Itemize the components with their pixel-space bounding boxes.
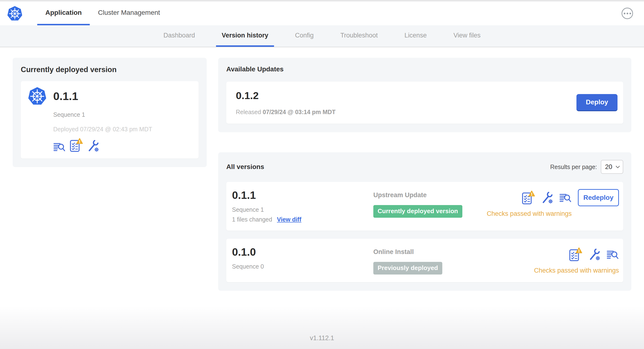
logs-icon[interactable] — [559, 192, 572, 203]
app-logo-wrap — [7, 2, 22, 25]
source-label: Upstream Update — [373, 192, 487, 199]
version-info: 0.1.1 Sequence 1 1 files changed View di… — [232, 189, 373, 223]
redeploy-button[interactable]: Redeploy — [578, 189, 619, 206]
deployed-timestamp: Deployed 07/29/24 @ 02:43 pm MDT — [53, 126, 189, 133]
kubernetes-logo — [28, 86, 46, 106]
preflight-checks-icon[interactable] — [522, 190, 535, 205]
all-versions-header: All versions Results per page: 20 — [226, 160, 623, 174]
version-info: 0.1.0 Sequence 0 — [232, 246, 373, 270]
logs-icon[interactable] — [53, 141, 66, 152]
more-menu-button[interactable] — [622, 8, 633, 19]
deployed-version-head: 0.1.1 — [28, 86, 189, 106]
deploy-button[interactable]: Deploy — [576, 94, 618, 111]
preflight-checks-icon[interactable] — [70, 138, 83, 152]
app-subnav: Dashboard Version history Config Trouble… — [0, 25, 644, 47]
config-icon[interactable] — [87, 140, 100, 152]
version-actions: Checks passed with warnings Redeploy — [487, 189, 619, 218]
update-released-line: Released 07/29/24 @ 03:14 pm MDT — [236, 108, 336, 116]
tab-troubleshoot[interactable]: Troubleshoot — [335, 25, 384, 47]
ellipsis-icon — [626, 13, 628, 14]
status-badge: Previously deployed — [373, 262, 442, 274]
preflight-checks-status[interactable]: Checks passed with warnings — [534, 267, 619, 274]
status-badge: Currently deployed version — [373, 205, 462, 218]
tab-license[interactable]: License — [399, 25, 432, 47]
results-per-page-label: Results per page: — [550, 164, 597, 170]
version-actions: Checks passed with warnings — [534, 246, 619, 274]
page-footer: v1.112.1 — [0, 306, 644, 349]
available-update-row: 0.1.2 Released 07/29/24 @ 03:14 pm MDT D… — [226, 82, 623, 124]
header-spacer — [168, 2, 622, 25]
tab-view-files[interactable]: View files — [448, 25, 486, 47]
released-date: 07/29/24 @ 03:14 pm MDT — [263, 108, 336, 115]
deployed-version-card: 0.1.1 Sequence 1 Deployed 07/29/24 @ 02:… — [21, 81, 198, 158]
currently-deployed-panel: Currently deployed version 0.1.1 Sequenc… — [13, 58, 207, 167]
results-per-page: Results per page: 20 — [550, 160, 623, 174]
version-row: 0.1.1 Sequence 1 1 files changed View di… — [226, 182, 623, 230]
config-icon[interactable] — [588, 248, 601, 261]
update-version-number: 0.1.2 — [236, 90, 336, 102]
available-update-info: 0.1.2 Released 07/29/24 @ 03:14 pm MDT — [236, 90, 336, 116]
deployed-version-body: Sequence 1 Deployed 07/29/24 @ 02:43 pm … — [53, 111, 189, 152]
icons-line — [569, 246, 619, 263]
tab-application[interactable]: Application — [37, 2, 90, 25]
deployed-version-number: 0.1.1 — [53, 90, 78, 103]
logs-icon[interactable] — [606, 249, 619, 260]
config-icon[interactable] — [541, 191, 554, 204]
source-label: Online Install — [373, 248, 534, 256]
ellipsis-icon — [624, 13, 626, 14]
ellipsis-icon — [630, 13, 631, 14]
released-prefix: Released — [236, 108, 261, 115]
icons-line — [522, 189, 572, 206]
tab-cluster-management[interactable]: Cluster Management — [90, 2, 168, 25]
version-source: Upstream Update Currently deployed versi… — [373, 189, 487, 218]
preflight-checks-status[interactable]: Checks passed with warnings — [487, 210, 572, 218]
deployed-sequence: Sequence 1 — [53, 111, 189, 118]
main-content: Currently deployed version 0.1.1 Sequenc… — [0, 47, 644, 291]
header-tabs: Application Cluster Management — [37, 2, 168, 25]
kubernetes-logo — [7, 6, 22, 21]
files-changed-text: 1 files changed — [232, 216, 272, 223]
deployed-actions — [53, 138, 189, 152]
version-sequence: Sequence 0 — [232, 263, 373, 270]
right-column: Available Updates 0.1.2 Released 07/29/2… — [218, 58, 631, 291]
version-sequence: Sequence 1 — [232, 206, 373, 213]
files-changed-line: 1 files changed View diff — [232, 216, 373, 223]
currently-deployed-title: Currently deployed version — [21, 66, 198, 74]
tab-dashboard[interactable]: Dashboard — [158, 25, 201, 47]
version-number: 0.1.1 — [232, 189, 373, 202]
results-per-page-select[interactable]: 20 — [601, 160, 623, 174]
chevron-down-icon — [616, 166, 620, 168]
version-source: Online Install Previously deployed — [373, 246, 534, 274]
results-per-page-value: 20 — [605, 163, 612, 171]
available-updates-panel: Available Updates 0.1.2 Released 07/29/2… — [218, 58, 631, 132]
version-actions-icons: Checks passed with warnings — [534, 246, 619, 274]
left-column: Currently deployed version 0.1.1 Sequenc… — [13, 58, 207, 167]
all-versions-title: All versions — [226, 163, 264, 171]
console-version: v1.112.1 — [310, 334, 334, 342]
available-updates-title: Available Updates — [226, 66, 623, 73]
view-diff-link[interactable]: View diff — [277, 216, 301, 223]
version-number: 0.1.0 — [232, 246, 373, 258]
version-row: 0.1.0 Sequence 0 Online Install Previous… — [226, 239, 623, 282]
preflight-checks-icon[interactable] — [569, 247, 582, 262]
version-actions-icons: Checks passed with warnings — [487, 189, 572, 218]
tab-version-history[interactable]: Version history — [216, 25, 274, 47]
tab-config[interactable]: Config — [289, 25, 319, 47]
all-versions-panel: All versions Results per page: 20 0.1.1 … — [218, 152, 631, 291]
top-nav: Application Cluster Management — [0, 2, 644, 25]
